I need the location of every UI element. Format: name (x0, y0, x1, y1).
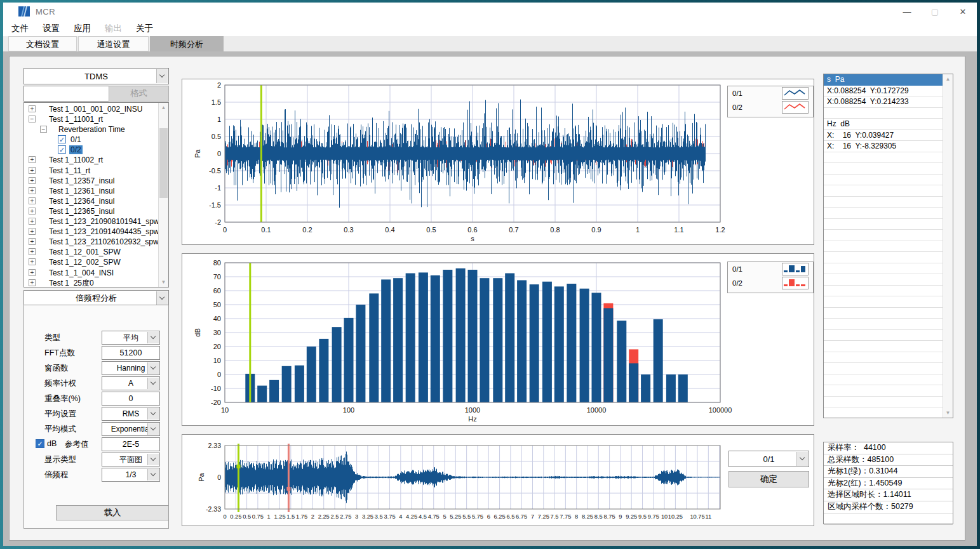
form-select[interactable]: 1/3 (102, 468, 160, 482)
tree-item[interactable]: +Test 1_123_211026102932_spw (24, 237, 158, 247)
chevron-down-icon[interactable] (147, 332, 159, 343)
chevron-down-icon[interactable] (156, 69, 168, 83)
readout-row[interactable] (824, 241, 943, 253)
tree-scrollbar[interactable]: ▲ ▼ (158, 103, 168, 287)
expand-plus-icon[interactable]: + (29, 238, 36, 245)
checkbox-icon[interactable]: ✓ (58, 145, 66, 154)
readout-row[interactable] (824, 319, 943, 330)
readout-row[interactable]: s Pa (824, 74, 943, 86)
scroll-down-icon[interactable]: ▼ (943, 408, 953, 418)
form-select[interactable]: Exponential (102, 422, 160, 436)
expand-plus-icon[interactable]: + (29, 258, 36, 265)
expand-plus-icon[interactable]: + (29, 167, 36, 174)
readout-row[interactable] (824, 108, 943, 119)
expand-plus-icon[interactable]: + (29, 228, 36, 235)
readout-row[interactable] (824, 230, 943, 241)
analysis-type-select[interactable]: 倍频程分析 (23, 290, 169, 306)
readout-row[interactable]: X: 16 Y:0.039427 (824, 130, 943, 142)
form-select[interactable]: Hanning (102, 361, 160, 375)
readout-row[interactable] (824, 352, 943, 364)
readout-row[interactable] (824, 286, 943, 297)
scroll-up-icon[interactable]: ▲ (943, 74, 953, 84)
tree-item[interactable]: −Test 1_11001_rt (24, 114, 158, 124)
readout-row[interactable] (824, 407, 943, 418)
form-select[interactable]: A (102, 376, 160, 390)
expand-plus-icon[interactable]: + (29, 177, 36, 184)
scroll-up-icon[interactable]: ▲ (159, 103, 168, 112)
menu-item[interactable]: 文件 (11, 20, 29, 34)
tree-item[interactable]: +Test 1_12_001_SPW (24, 247, 158, 257)
form-input[interactable]: 51200 (102, 346, 160, 360)
readout-row[interactable]: X: 16 Y:-8.329305 (824, 141, 943, 152)
readout-row[interactable] (824, 252, 943, 263)
expand-plus-icon[interactable]: + (29, 218, 36, 225)
readout-row[interactable] (824, 385, 943, 397)
chevron-down-icon[interactable] (147, 378, 159, 389)
expand-plus-icon[interactable]: + (29, 197, 36, 204)
db-checkbox[interactable]: ✓ (36, 439, 44, 448)
readout-row[interactable] (824, 308, 943, 319)
tree-item[interactable]: +Test 1_12364_insul (24, 196, 158, 206)
readout-row[interactable] (824, 219, 943, 230)
expand-plus-icon[interactable]: + (29, 187, 36, 194)
chevron-down-icon[interactable] (147, 454, 159, 465)
tree-item[interactable]: +Test 1_12357_insul (24, 176, 158, 186)
form-select[interactable]: RMS (102, 407, 160, 421)
readout-row[interactable] (824, 341, 943, 352)
tree-item[interactable]: +Test 1_12_002_SPW (24, 257, 158, 267)
file-format-select[interactable]: TDMS (23, 68, 169, 84)
menu-item[interactable]: 设置 (43, 20, 60, 34)
readout-row[interactable]: Hz dB (824, 119, 943, 130)
minimize-button[interactable]: — (893, 7, 921, 17)
expand-plus-icon[interactable]: + (29, 279, 36, 286)
form-select[interactable]: 平均 (102, 331, 160, 345)
readout-row[interactable] (824, 397, 943, 408)
legend-entry[interactable]: 0/2 (728, 276, 813, 290)
chevron-down-icon[interactable] (147, 362, 159, 374)
tree-item[interactable]: +Test 1_11_rt (24, 166, 158, 176)
expand-plus-icon[interactable]: + (29, 248, 36, 255)
form-select[interactable]: 平面图 (102, 453, 160, 466)
readout-row[interactable] (824, 330, 943, 341)
tab[interactable]: 时频分析 (150, 36, 224, 51)
expand-plus-icon[interactable]: + (29, 269, 36, 276)
chevron-down-icon[interactable] (156, 291, 168, 305)
maximize-button[interactable]: ▢ (921, 7, 949, 17)
readout-row[interactable] (824, 296, 943, 308)
tree-item[interactable]: +Test 1_001_001_002_INSU (24, 104, 158, 114)
legend-entry[interactable]: 0/1 (728, 86, 813, 100)
tree-item[interactable]: +Test 1_12365_insul (24, 206, 158, 216)
filter-input[interactable] (23, 86, 109, 102)
tree-item[interactable]: +Test 1_12361_insul (24, 186, 158, 196)
readout-row[interactable] (824, 185, 943, 197)
readout-row[interactable] (824, 163, 943, 175)
confirm-button[interactable]: 确定 (728, 471, 809, 487)
chevron-down-icon[interactable] (796, 452, 808, 466)
scroll-down-icon[interactable]: ▼ (159, 277, 168, 287)
legend-entry[interactable]: 0/2 (728, 100, 813, 114)
readout-row[interactable] (824, 208, 943, 219)
checkbox-icon[interactable]: ✓ (58, 135, 66, 143)
tree-item[interactable]: ✓0/1 (24, 135, 158, 145)
channel-select[interactable]: 0/1 (728, 451, 809, 467)
tree-item[interactable]: +Test 1_123_210908101941_spw (24, 216, 158, 227)
expand-plus-icon[interactable]: + (29, 208, 36, 215)
readout-row[interactable] (824, 175, 943, 186)
tree-item[interactable]: +Test 1_123_210914094435_spw (24, 227, 158, 237)
legend-entry[interactable]: 0/1 (728, 262, 813, 276)
readout-row[interactable] (824, 197, 943, 208)
menu-item[interactable]: 关于 (136, 20, 153, 34)
tree-item[interactable]: +Test 1_11002_rt (24, 155, 158, 165)
readout-row[interactable] (824, 274, 943, 286)
form-input[interactable]: 2E-5 (102, 437, 160, 451)
expand-plus-icon[interactable]: + (29, 156, 36, 163)
expand-plus-icon[interactable]: + (29, 105, 36, 112)
tree-item[interactable]: −Reverberation Time (24, 124, 158, 135)
tree-item[interactable]: ✓0/2 (24, 145, 158, 155)
chevron-down-icon[interactable] (147, 423, 159, 435)
readout-scrollbar[interactable]: ▲ ▼ (943, 74, 953, 418)
readout-row[interactable] (824, 374, 943, 386)
readout-row[interactable]: X:0.088254 Y:0.172729 (824, 86, 943, 97)
readout-row[interactable] (824, 152, 943, 164)
form-input[interactable]: 0 (102, 392, 160, 406)
